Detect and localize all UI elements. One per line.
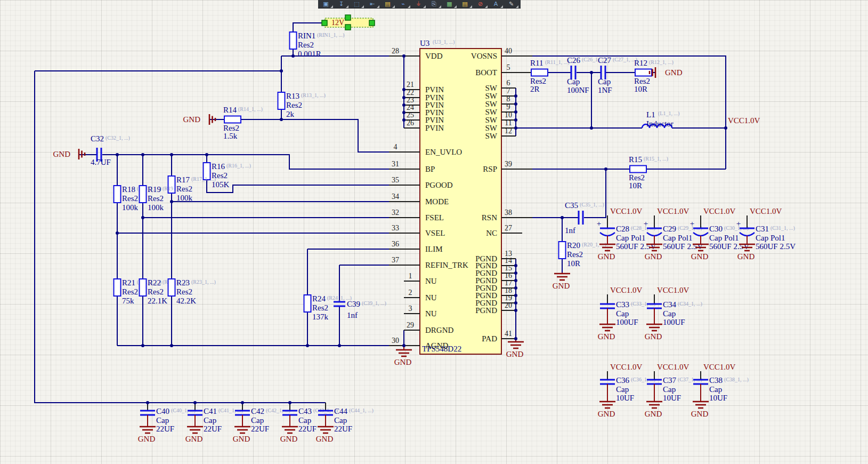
schematic-canvas[interactable]: ▣↧⬚⇤▤⌁⏚⎘▦▤⊘A✎ U3(U3_1, ...)TPS548D2228VD…	[0, 0, 868, 464]
selection-handle[interactable]	[345, 25, 351, 30]
dropdown-triangle-icon[interactable]	[330, 5, 333, 8]
power-label-12v-selected[interactable]: 12V	[322, 15, 375, 30]
svg-text:VCC1.0V: VCC1.0V	[750, 207, 782, 215]
svg-text:Cap: Cap	[616, 385, 629, 394]
svg-text:Cap Pol1: Cap Pol1	[756, 234, 785, 242]
resistor-R24[interactable]: R24(R24_1, ...)Res2137k	[304, 294, 352, 321]
dropdown-triangle-icon[interactable]	[377, 5, 379, 8]
capacitor-C31[interactable]: VCC1.0V+C31(C31_1, ...)Cap Pol1560UF 2.5…	[736, 207, 796, 261]
svg-text:R23: R23	[176, 278, 190, 287]
resistor-R13[interactable]: R13(R13_1, ...)Res22k	[278, 92, 326, 118]
resistor-RIN1[interactable]: RIN1(RIN1_1, ...)Res20.001R	[290, 31, 345, 58]
wire-icon[interactable]: ⌁	[395, 0, 411, 8]
svg-text:SW: SW	[485, 92, 498, 100]
capacitor-C38[interactable]: VCC1.0VC38(C38_1, ...)Cap10UFGND	[691, 363, 749, 418]
svg-text:C39: C39	[347, 300, 360, 308]
place-part-icon[interactable]: ▣	[318, 0, 334, 8]
svg-text:C29: C29	[663, 225, 676, 233]
svg-text:41: 41	[505, 330, 512, 338]
svg-text:R13: R13	[286, 92, 299, 100]
power-port-icon[interactable]: ⏚	[411, 0, 426, 8]
power-port-vcc[interactable]: VCC1.0V	[728, 116, 760, 125]
svg-text:Res2: Res2	[530, 77, 546, 85]
dropdown-triangle-icon[interactable]	[485, 5, 488, 8]
harness-icon[interactable]: ▦	[442, 0, 457, 8]
dropdown-triangle-icon[interactable]	[392, 5, 395, 8]
text-string-icon[interactable]: A	[488, 0, 504, 8]
svg-text:(R14_1, ...): (R14_1, ...)	[238, 106, 263, 113]
dropdown-triangle-icon[interactable]	[423, 5, 426, 8]
dropdown-triangle-icon[interactable]	[361, 5, 364, 8]
inductor-L1[interactable]: L1(L1_1, ...)Inductor	[642, 110, 679, 128]
capacitor-C32[interactable]: C32(C32_1, ...)4.7UF	[91, 134, 130, 166]
resistor-R15[interactable]: R15(R15_1, ...)Res210R	[629, 155, 668, 190]
selection-handle[interactable]	[369, 20, 375, 26]
svg-text:27: 27	[505, 224, 512, 232]
svg-text:4.7UF: 4.7UF	[91, 158, 111, 166]
selection-handle[interactable]	[322, 20, 327, 26]
svg-text:5: 5	[507, 63, 510, 71]
svg-text:40: 40	[505, 47, 512, 55]
gnd-port[interactable]: GND	[506, 342, 524, 358]
resistor-R14[interactable]: R14(R14_1, ...)Res21.5k	[223, 106, 263, 140]
svg-text:12V: 12V	[331, 19, 344, 27]
svg-text:C44: C44	[334, 407, 348, 415]
component-icon[interactable]: ▤	[380, 0, 395, 8]
schematic-sheet[interactable]: U3(U3_1, ...)TPS548D2228VDD21PVIN22PVIN2…	[0, 0, 868, 464]
svg-text:42.2K: 42.2K	[176, 297, 196, 305]
dropdown-triangle-icon[interactable]	[516, 5, 518, 8]
svg-text:17: 17	[505, 279, 512, 287]
svg-text:26: 26	[407, 119, 414, 127]
svg-text:560UF 2.5V: 560UF 2.5V	[663, 242, 703, 251]
dropdown-triangle-icon[interactable]	[500, 5, 503, 8]
dropdown-triangle-icon[interactable]	[469, 5, 472, 8]
dropdown-triangle-icon[interactable]	[454, 5, 457, 8]
svg-text:34: 34	[392, 193, 399, 201]
capacitor-C39[interactable]: C39(C39_1, ...)1nf	[334, 300, 386, 319]
svg-text:560UF 2.5V: 560UF 2.5V	[616, 242, 656, 251]
svg-text:Cap: Cap	[663, 385, 676, 394]
svg-text:(C31_1, ...): (C31_1, ...)	[770, 225, 795, 231]
svg-text:SW: SW	[485, 132, 498, 140]
resistor-R11[interactable]: R11(R11_1, ...)Res22R	[530, 59, 569, 93]
ic-U3[interactable]: U3(U3_1, ...)TPS548D2228VDD21PVIN22PVIN2…	[389, 39, 532, 354]
svg-text:GND: GND	[138, 435, 156, 443]
drawing-icon[interactable]: ✎	[504, 0, 519, 8]
capacitor-C27[interactable]: C27(C27_1, ...)Cap1NF	[598, 56, 637, 94]
svg-text:R21: R21	[122, 278, 135, 287]
svg-text:(R19_1, ...): (R19_1, ...)	[163, 186, 187, 192]
align-icon[interactable]: ⇤	[364, 0, 380, 8]
svg-text:RIN1: RIN1	[298, 31, 315, 40]
svg-text:Res2: Res2	[298, 41, 314, 49]
dropdown-triangle-icon[interactable]	[439, 5, 441, 8]
capacitor-C34[interactable]: VCC1.0VC34(C34_1, ...)Cap100UFGND	[645, 286, 702, 341]
svg-text:R11: R11	[530, 59, 543, 67]
resistor-R23[interactable]: R23(R23_1, ...)Res242.2K	[168, 278, 216, 305]
svg-text:Cap: Cap	[598, 77, 611, 86]
svg-text:Cap: Cap	[709, 385, 722, 394]
svg-text:C28: C28	[616, 225, 629, 233]
svg-text:GND: GND	[506, 350, 524, 358]
svg-text:GND: GND	[598, 410, 615, 418]
drop-icon[interactable]: ↧	[334, 0, 349, 8]
dropdown-triangle-icon[interactable]	[346, 5, 348, 8]
no-erc-icon[interactable]: ⊘	[473, 0, 488, 8]
svg-text:VDD: VDD	[425, 52, 443, 60]
svg-text:(R12_1, ...): (R12_1, ...)	[649, 59, 674, 66]
sheet-entry-icon[interactable]: ▤	[457, 0, 473, 8]
selection-handle[interactable]	[345, 15, 351, 20]
svg-text:100UF: 100UF	[663, 318, 685, 326]
svg-text:(C27_1, ...): (C27_1, ...)	[613, 57, 637, 63]
svg-text:GND: GND	[645, 252, 662, 261]
svg-text:22UF: 22UF	[204, 425, 222, 433]
gnd-port[interactable]: GND	[394, 350, 412, 366]
svg-text:1: 1	[409, 272, 412, 280]
svg-text:22UF: 22UF	[334, 425, 352, 433]
svg-text:14: 14	[505, 257, 512, 265]
sheet-symbol-icon[interactable]: ⎘	[426, 0, 442, 8]
svg-text:4: 4	[394, 143, 398, 151]
dropdown-triangle-icon[interactable]	[408, 5, 410, 8]
selection-rect-icon[interactable]: ⬚	[349, 0, 364, 8]
svg-text:2R: 2R	[530, 85, 540, 93]
gnd-port[interactable]: GND	[553, 274, 570, 290]
